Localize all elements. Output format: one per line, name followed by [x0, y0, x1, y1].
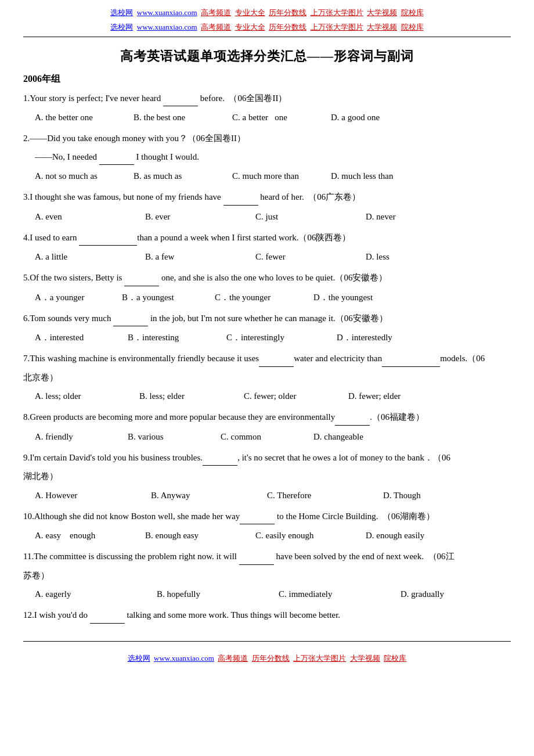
year-group: 2006年组	[23, 73, 511, 85]
options-9: A. However B. Anyway C. Therefore D. Tho…	[35, 488, 511, 503]
link-wanzhang2[interactable]: 上万张大学图片	[311, 23, 363, 31]
link-www1[interactable]: www.xuanxiao.com	[137, 8, 197, 17]
option-6d: D．interestedly	[337, 330, 418, 345]
blank-9	[203, 451, 237, 466]
blank-3	[223, 190, 258, 206]
blank-7a	[259, 351, 294, 367]
options-6: A．interested B．interesting C．interesting…	[35, 330, 511, 345]
option-11b: B. hopefully	[157, 586, 261, 602]
option-11a: A. eagerly	[35, 586, 139, 602]
options-7: A. less; older B. less; elder C. fewer; …	[35, 388, 511, 404]
blank-4	[79, 231, 137, 246]
bottom-divider	[23, 641, 511, 642]
option-11d: D. gradually	[400, 586, 482, 602]
option-6a: A．interested	[35, 330, 110, 345]
link-linian1[interactable]: 历年分数线	[269, 8, 306, 17]
option-3b: B. ever	[145, 209, 238, 225]
option-4b: B. a few	[145, 249, 238, 265]
question-11: 11.The committee is discussing the probl…	[23, 549, 511, 565]
question-3: 3.I thought she was famous, but none of …	[23, 190, 511, 206]
link-gaokao2[interactable]: 高考频道	[201, 23, 231, 31]
blank-12	[90, 608, 125, 624]
link-wanzhang1[interactable]: 上万张大学图片	[311, 8, 363, 17]
footer-link-wanzhang[interactable]: 上万张大学图片	[293, 654, 346, 663]
question-8: 8.Green products are becoming more and m…	[23, 410, 511, 426]
page-title: 高考英语试题单项选择分类汇总——形容词与副词	[0, 48, 534, 65]
question-5: 5.Of the two sisters, Betty is one, and …	[23, 271, 511, 286]
option-9b: B. Anyway	[151, 488, 250, 503]
option-2c: C. much more than	[232, 168, 313, 184]
option-row-1: A. the better one B. the best one C. a b…	[35, 110, 511, 125]
link-xuanxiao1[interactable]: 选校网	[110, 8, 133, 17]
link-zhuanye2[interactable]: 专业大全	[235, 23, 265, 31]
option-6b: B．interesting	[128, 330, 209, 345]
option-10a: A. easy enough	[35, 528, 128, 543]
blank-11	[239, 549, 274, 565]
option-3d: D. never	[366, 209, 447, 225]
link-gaokao1[interactable]: 高考频道	[201, 8, 231, 17]
option-5d: D．the youngest	[313, 290, 395, 305]
option-11c: C. immediately	[279, 586, 383, 602]
option-2a: A. not so much as	[35, 168, 116, 184]
option-row-10: A. easy enough B. enough easy C. easily …	[35, 528, 511, 543]
option-row-5: A．a younger B．a youngest C．the younger D…	[35, 290, 511, 305]
footer-links: 选校网 www.xuanxiao.com 高考频道 历年分数线 上万张大学图片 …	[0, 653, 534, 664]
question-6: 6.Tom sounds very much in the job, but I…	[23, 311, 511, 327]
option-4d: D. less	[366, 249, 447, 265]
question-7-cont: 北京卷）	[23, 370, 511, 386]
footer-link-www[interactable]: www.xuanxiao.com	[154, 654, 214, 663]
question-10: 10.Although she did not know Boston well…	[23, 509, 511, 525]
link-linian2[interactable]: 历年分数线	[269, 23, 306, 31]
link-xuanxiao2[interactable]: 选校网	[110, 23, 133, 31]
option-10c: C. easily enough	[255, 528, 348, 543]
option-5a: A．a younger	[35, 290, 104, 305]
blank-10	[240, 509, 275, 525]
question-12: 12.I wish you'd do talking and some more…	[23, 608, 511, 624]
option-row-8: A. friendly B. various C. common D. chan…	[35, 429, 511, 445]
question-4: 4.I used to earn than a pound a week whe…	[23, 231, 511, 246]
options-4: A. a little B. a few C. fewer D. less	[35, 249, 511, 265]
blank-2	[99, 150, 134, 165]
option-row-11: A. eagerly B. hopefully C. immediately D…	[35, 586, 511, 602]
footer-link-yuanku[interactable]: 院校库	[384, 654, 406, 663]
footer-link-linian[interactable]: 历年分数线	[252, 654, 290, 663]
blank-8	[335, 410, 370, 426]
link-video2[interactable]: 大学视频	[367, 23, 397, 31]
option-6c: C．interestingly	[226, 330, 319, 345]
footer-link-xuanxiao[interactable]: 选校网	[128, 654, 150, 663]
question-2: 2.——Did you take enough money with you？（…	[23, 131, 511, 146]
option-row-3: A. even B. ever C. just D. never	[35, 209, 511, 225]
options-11: A. eagerly B. hopefully C. immediately D…	[35, 586, 511, 602]
option-1c: C. a better one	[232, 110, 313, 125]
option-1b: B. the best one	[134, 110, 215, 125]
option-2b: B. as much as	[134, 168, 215, 184]
blank-7b	[382, 351, 440, 367]
option-row-7: A. less; older B. less; elder C. fewer; …	[35, 388, 511, 404]
option-3c: C. just	[255, 209, 348, 225]
link-zhuanye1[interactable]: 专业大全	[235, 8, 265, 17]
link-yuanku1[interactable]: 院校库	[401, 8, 424, 17]
option-row-9: A. However B. Anyway C. Therefore D. Tho…	[35, 488, 511, 503]
question-9-cont: 湖北卷）	[23, 469, 511, 484]
options-3: A. even B. ever C. just D. never	[35, 209, 511, 225]
footer-link-gaokao[interactable]: 高考频道	[218, 654, 248, 663]
content-area: 2006年组 1.Your story is perfect; I've nev…	[0, 73, 534, 624]
option-4a: A. a little	[35, 249, 128, 265]
option-10d: D. enough easily	[366, 528, 447, 543]
question-1: 1.Your story is perfect; I've never hear…	[23, 91, 511, 107]
link-www2[interactable]: www.xuanxiao.com	[137, 23, 197, 31]
option-8b: B. various	[128, 429, 203, 445]
question-7: 7.This washing machine is environmentall…	[23, 351, 511, 367]
link-yuanku2[interactable]: 院校库	[401, 23, 424, 31]
option-1d: D. a good one	[331, 110, 412, 125]
link-video1[interactable]: 大学视频	[367, 8, 397, 17]
option-5c: C．the younger	[215, 290, 296, 305]
blank-5	[124, 271, 159, 286]
option-row-4: A. a little B. a few C. fewer D. less	[35, 249, 511, 265]
footer-link-video[interactable]: 大学视频	[350, 654, 380, 663]
option-2d: D. much less than	[331, 168, 412, 184]
option-3a: A. even	[35, 209, 128, 225]
options-8: A. friendly B. various C. common D. chan…	[35, 429, 511, 445]
option-9a: A. However	[35, 488, 134, 503]
top-divider	[23, 37, 511, 37]
